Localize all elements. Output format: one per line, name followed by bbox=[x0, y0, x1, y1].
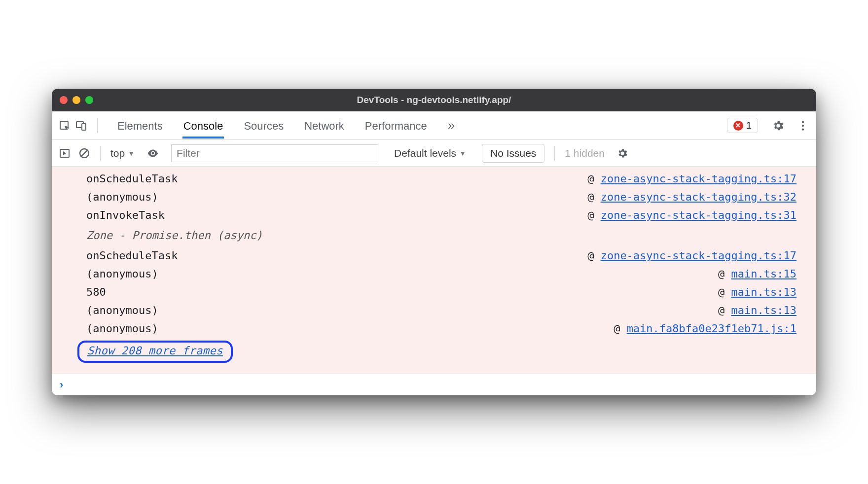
console-settings-gear-icon[interactable] bbox=[616, 147, 628, 159]
svg-line-8 bbox=[81, 150, 88, 157]
stack-frame-row: (anonymous)@ main.ts:13 bbox=[52, 301, 816, 319]
source-link[interactable]: zone-async-stack-tagging.ts:32 bbox=[601, 191, 796, 203]
at-symbol: @ bbox=[718, 304, 731, 316]
tab-network[interactable]: Network bbox=[303, 113, 345, 138]
error-count: 1 bbox=[746, 120, 752, 131]
devtools-window: DevTools - ng-devtools.netlify.app/ Elem… bbox=[52, 89, 816, 395]
stack-source-location: @ main.ts:15 bbox=[718, 268, 796, 280]
stack-function-name: (anonymous) bbox=[86, 304, 158, 316]
minimize-window-button[interactable] bbox=[72, 96, 80, 104]
svg-point-4 bbox=[802, 124, 804, 126]
toggle-sidebar-icon[interactable] bbox=[59, 147, 71, 159]
window-title: DevTools - ng-devtools.netlify.app/ bbox=[52, 95, 816, 105]
tab-elements[interactable]: Elements bbox=[116, 113, 164, 138]
stack-function-name: onScheduleTask bbox=[86, 249, 178, 262]
source-link[interactable]: zone-async-stack-tagging.ts:17 bbox=[601, 173, 796, 185]
context-label: top bbox=[110, 147, 125, 159]
divider bbox=[554, 146, 555, 161]
prompt-caret-icon: › bbox=[60, 379, 63, 391]
source-link[interactable]: main.fa8bfa0e23f1eb71.js:1 bbox=[627, 322, 796, 335]
live-expression-icon[interactable] bbox=[146, 147, 159, 160]
stack-source-location: @ zone-async-stack-tagging.ts:31 bbox=[587, 209, 796, 221]
show-more-frames-link[interactable]: Show 208 more frames bbox=[87, 345, 223, 357]
divider bbox=[100, 146, 101, 161]
console-toolbar: top ▼ Default levels ▼ No Issues 1 hidde… bbox=[52, 140, 816, 167]
stack-source-location: @ main.fa8bfa0e23f1eb71.js:1 bbox=[614, 322, 796, 335]
maximize-window-button[interactable] bbox=[85, 96, 93, 104]
stack-frame-row: (anonymous)@ zone-async-stack-tagging.ts… bbox=[52, 188, 816, 206]
log-levels-dropdown[interactable]: Default levels ▼ bbox=[394, 147, 466, 159]
console-output: onScheduleTask@ zone-async-stack-tagging… bbox=[52, 167, 816, 374]
error-count-badge[interactable]: ✕ 1 bbox=[727, 118, 758, 133]
at-symbol: @ bbox=[718, 268, 731, 280]
device-toolbar-icon[interactable] bbox=[75, 120, 87, 132]
filter-input[interactable] bbox=[171, 144, 378, 162]
tab-performance[interactable]: Performance bbox=[364, 113, 428, 138]
stack-frame-row: onInvokeTask@ zone-async-stack-tagging.t… bbox=[52, 206, 816, 224]
svg-rect-2 bbox=[82, 124, 86, 130]
source-link[interactable]: zone-async-stack-tagging.ts:17 bbox=[601, 249, 796, 262]
stack-source-location: @ main.ts:13 bbox=[718, 304, 796, 316]
inspect-element-icon[interactable] bbox=[59, 120, 71, 132]
at-symbol: @ bbox=[587, 209, 601, 221]
at-symbol: @ bbox=[614, 322, 627, 335]
levels-label: Default levels bbox=[394, 147, 456, 159]
stack-source-location: @ main.ts:13 bbox=[718, 286, 796, 298]
hidden-messages-label: 1 hidden bbox=[565, 147, 605, 159]
source-link[interactable]: zone-async-stack-tagging.ts:31 bbox=[601, 209, 796, 221]
titlebar: DevTools - ng-devtools.netlify.app/ bbox=[52, 89, 816, 111]
close-window-button[interactable] bbox=[60, 96, 68, 104]
stack-function-name: (anonymous) bbox=[86, 322, 158, 335]
stack-frame-row: onScheduleTask@ zone-async-stack-tagging… bbox=[52, 246, 816, 265]
stack-source-location: @ zone-async-stack-tagging.ts:17 bbox=[587, 173, 796, 185]
kebab-menu-icon[interactable] bbox=[796, 119, 809, 132]
chevron-down-icon: ▼ bbox=[128, 149, 135, 157]
stack-function-name: 580 bbox=[86, 286, 106, 298]
console-prompt[interactable]: › bbox=[52, 374, 816, 395]
tab-console[interactable]: Console bbox=[182, 113, 224, 138]
async-boundary-label: Zone - Promise.then (async) bbox=[52, 224, 816, 246]
clear-console-icon[interactable] bbox=[78, 147, 90, 159]
window-controls bbox=[60, 96, 93, 104]
stack-function-name: (anonymous) bbox=[86, 268, 158, 280]
execution-context-dropdown[interactable]: top ▼ bbox=[110, 147, 135, 159]
show-more-frames-highlight: Show 208 more frames bbox=[77, 341, 233, 363]
source-link[interactable]: main.ts:15 bbox=[731, 268, 796, 280]
source-link[interactable]: main.ts:13 bbox=[731, 304, 796, 316]
at-symbol: @ bbox=[587, 249, 601, 262]
tab-sources[interactable]: Sources bbox=[243, 113, 285, 138]
stack-source-location: @ zone-async-stack-tagging.ts:32 bbox=[587, 191, 796, 203]
panel-tabs: Elements Console Sources Network Perform… bbox=[116, 113, 428, 138]
stack-function-name: onScheduleTask bbox=[86, 173, 178, 185]
tabs-overflow-icon[interactable]: » bbox=[448, 118, 455, 133]
stack-frame-row: 580@ main.ts:13 bbox=[52, 283, 816, 301]
settings-gear-icon[interactable] bbox=[772, 119, 785, 132]
at-symbol: @ bbox=[718, 286, 731, 298]
svg-point-5 bbox=[802, 128, 804, 130]
stack-frame-row: (anonymous)@ main.fa8bfa0e23f1eb71.js:1 bbox=[52, 319, 816, 338]
source-link[interactable]: main.ts:13 bbox=[731, 286, 796, 298]
main-tabbar: Elements Console Sources Network Perform… bbox=[52, 111, 816, 140]
stack-frame-row: onScheduleTask@ zone-async-stack-tagging… bbox=[52, 170, 816, 188]
error-icon: ✕ bbox=[733, 121, 743, 131]
svg-point-3 bbox=[802, 121, 804, 123]
chevron-down-icon: ▼ bbox=[459, 149, 466, 157]
divider bbox=[97, 118, 98, 133]
stack-source-location: @ zone-async-stack-tagging.ts:17 bbox=[587, 249, 796, 262]
stack-frame-row: (anonymous)@ main.ts:15 bbox=[52, 265, 816, 283]
stack-function-name: (anonymous) bbox=[86, 191, 158, 203]
at-symbol: @ bbox=[587, 173, 601, 185]
at-symbol: @ bbox=[587, 191, 601, 203]
stack-function-name: onInvokeTask bbox=[86, 209, 165, 221]
issues-button[interactable]: No Issues bbox=[482, 144, 544, 163]
